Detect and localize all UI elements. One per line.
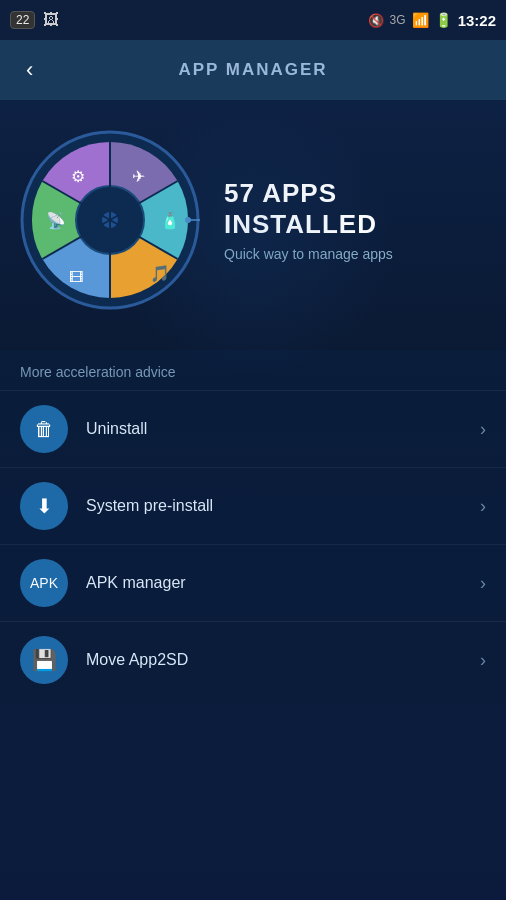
move-app2sd-item[interactable]: 💾 Move App2SD › — [0, 621, 506, 698]
status-right: 🔇 3G 📶 🔋 13:22 — [368, 12, 496, 29]
svg-text:🧴: 🧴 — [160, 211, 180, 230]
uninstall-chevron-icon: › — [480, 419, 486, 440]
move-app2sd-chevron-icon: › — [480, 650, 486, 671]
apps-subtitle: Quick way to manage apps — [224, 246, 486, 262]
svg-text:📡: 📡 — [46, 211, 66, 230]
top-bar: ‹ APP MANAGER — [0, 40, 506, 100]
chart-info: 57 APPS INSTALLED Quick way to manage ap… — [224, 178, 486, 262]
move-app2sd-label: Move App2SD — [86, 651, 480, 669]
list-section: More acceleration advice 🗑 Uninstall › ⬇… — [0, 350, 506, 900]
system-preinstall-icon-circle: ⬇ — [20, 482, 68, 530]
download-icon: ⬇ — [36, 496, 53, 516]
apk-manager-label: APK manager — [86, 574, 480, 592]
svg-text:🎵: 🎵 — [150, 264, 170, 283]
svg-text:✈: ✈ — [132, 168, 145, 185]
signal-icon: 📶 — [412, 12, 429, 28]
mute-icon: 🔇 — [368, 13, 384, 28]
svg-text:🎞: 🎞 — [69, 269, 83, 285]
pie-chart: ✈ 🧴 🎵 🎞 📡 ⚙ — [20, 130, 200, 310]
uninstall-item[interactable]: 🗑 Uninstall › — [0, 390, 506, 467]
main-content: ✈ 🧴 🎵 🎞 📡 ⚙ — [0, 100, 506, 900]
battery-icon: 🔋 — [435, 12, 452, 28]
image-icon: 🖼 — [43, 11, 59, 29]
chart-area: ✈ 🧴 🎵 🎞 📡 ⚙ — [0, 130, 506, 310]
system-preinstall-item[interactable]: ⬇ System pre-install › — [0, 467, 506, 544]
status-bar: 22 🖼 🔇 3G 📶 🔋 13:22 — [0, 0, 506, 40]
uninstall-label: Uninstall — [86, 420, 480, 438]
sd-card-icon: 💾 — [32, 650, 57, 670]
apk-manager-icon-circle: APK — [20, 559, 68, 607]
system-preinstall-chevron-icon: › — [480, 496, 486, 517]
svg-text:⚙: ⚙ — [71, 168, 85, 185]
status-left: 22 🖼 — [10, 11, 59, 29]
svg-point-16 — [185, 217, 191, 223]
system-preinstall-label: System pre-install — [86, 497, 480, 515]
list-header: More acceleration advice — [0, 350, 506, 390]
apps-installed-count: 57 APPS INSTALLED — [224, 178, 486, 240]
apk-manager-item[interactable]: APK APK manager › — [0, 544, 506, 621]
notification-badge: 22 — [10, 11, 35, 29]
move-app2sd-icon-circle: 💾 — [20, 636, 68, 684]
time-display: 13:22 — [458, 12, 496, 29]
page-title: APP MANAGER — [178, 60, 327, 80]
back-button[interactable]: ‹ — [16, 51, 43, 89]
network-3g-label: 3G — [390, 13, 406, 27]
trash-icon: 🗑 — [34, 419, 54, 439]
apk-icon: APK — [30, 576, 58, 590]
uninstall-icon-circle: 🗑 — [20, 405, 68, 453]
apk-manager-chevron-icon: › — [480, 573, 486, 594]
